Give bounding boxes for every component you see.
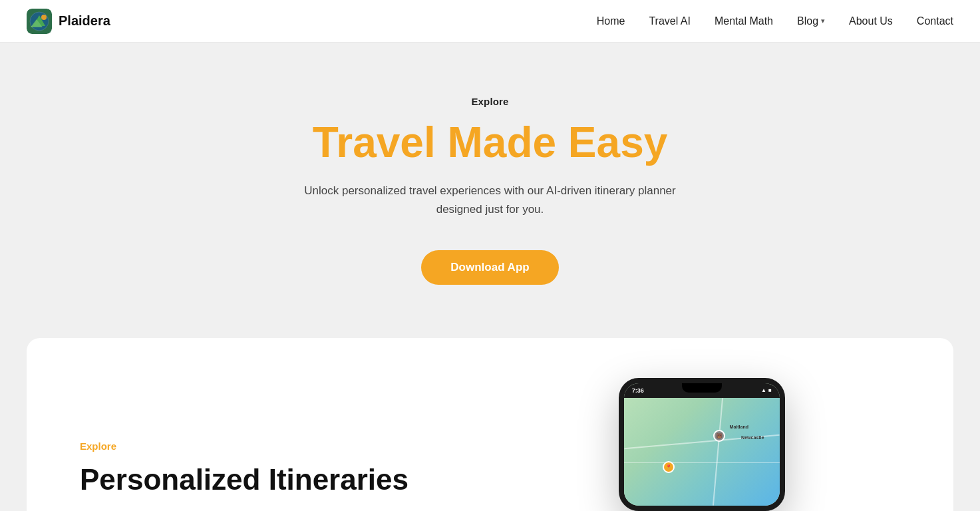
bottom-title: Personalized Itineraries [80, 462, 470, 498]
blog-dropdown-chevron-icon: ▾ [821, 17, 825, 25]
phone-mockup: 7:36 ▲ ■ 📍 🐻 Newcastle [619, 378, 792, 511]
hero-eyebrow: Explore [471, 96, 508, 107]
phone-status-icons: ▲ ■ [761, 387, 772, 393]
nav-menu: Home Travel AI Mental Math Blog ▾ About … [597, 15, 953, 27]
nav-item-contact[interactable]: Contact [917, 15, 953, 27]
phone-mockup-container: 7:36 ▲ ■ 📍 🐻 Newcastle [510, 378, 901, 511]
download-app-button[interactable]: Download App [421, 250, 558, 285]
phone-status-bar: 7:36 ▲ ■ [624, 383, 780, 398]
map-road-vertical [713, 398, 723, 506]
hero-subtitle: Unlock personalized travel experiences w… [291, 182, 690, 218]
brand-logo-group[interactable]: Plaidera [27, 9, 110, 34]
map-pin-orange: 📍 [663, 461, 675, 473]
phone-dynamic-island [682, 383, 722, 393]
brand-logo-icon [27, 9, 52, 34]
map-label-maitland: Maitland [730, 425, 748, 429]
nav-item-home[interactable]: Home [597, 15, 625, 27]
map-label-newcastle: Newcastle [741, 435, 764, 440]
phone-map-view: 📍 🐻 Newcastle Maitland [624, 398, 780, 506]
brand-name: Plaidera [59, 13, 110, 29]
hero-section: Explore Travel Made Easy Unlock personal… [0, 43, 980, 338]
navbar: Plaidera Home Travel AI Mental Math Blog… [0, 0, 980, 43]
phone-frame: 7:36 ▲ ■ 📍 🐻 Newcastle [619, 378, 785, 511]
nav-item-about-us[interactable]: About Us [849, 15, 893, 27]
hero-title: Travel Made Easy [313, 119, 668, 166]
nav-item-travel-ai[interactable]: Travel AI [649, 15, 691, 27]
bottom-section: Explore Personalized Itineraries 7:36 ▲ … [27, 338, 953, 511]
bottom-eyebrow: Explore [80, 440, 470, 452]
wifi-icon: ▲ [761, 387, 766, 393]
map-road-horizontal-2 [624, 462, 780, 463]
nav-item-blog[interactable]: Blog ▾ [797, 15, 825, 27]
nav-item-mental-math[interactable]: Mental Math [715, 15, 773, 27]
signal-icon: ■ [768, 387, 772, 393]
svg-point-5 [41, 15, 47, 20]
phone-time: 7:36 [632, 387, 644, 394]
bottom-text-block: Explore Personalized Itineraries [80, 440, 470, 511]
